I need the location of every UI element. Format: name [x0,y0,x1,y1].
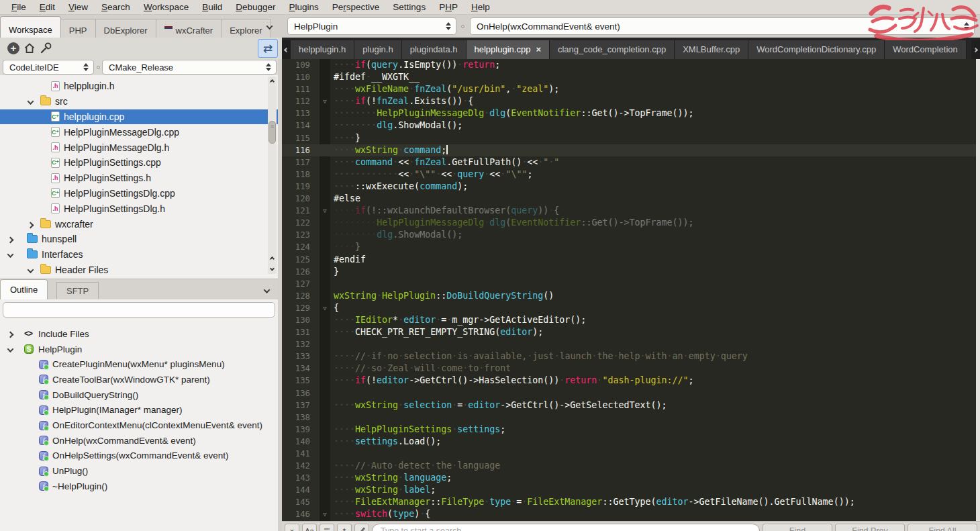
outline-item-OnHelpSettings(wxCommandEvent& event)[interactable]: fOnHelpSettings(wxCommandEvent& event) [0,448,278,464]
code-line-133[interactable]: 133····//·if·no·selection·is·available,·… [282,350,980,363]
findbar-find-prev-button[interactable]: Find Prev [835,524,905,531]
swap-header-source-button[interactable]: ⇄ [258,39,278,58]
find-input[interactable] [372,524,760,531]
code-line-135[interactable]: 135····if(!editor->GetCtrl()->HasSelecti… [282,375,980,387]
file-tree-item-HelpPluginSettings.cpp[interactable]: C⁺HelpPluginSettings.cpp [0,155,278,171]
menu-plugins[interactable]: Plugins [283,1,324,13]
code-line-115[interactable]: 115····} [282,132,980,144]
editor-scrollbar[interactable] [976,59,980,521]
collapsed-arrow-icon[interactable] [8,234,13,244]
code-line-111[interactable]: 111····wxFileName·fnZeal("/usr/bin",·"ze… [282,83,980,95]
expanded-arrow-icon[interactable] [8,249,13,260]
file-tree-item-helpplugin.cpp[interactable]: C⁺helpplugin.cpp [0,109,278,125]
code-line-131[interactable]: 131····CHECK_PTR_RET_EMPTY_STRING(editor… [282,326,980,338]
code-line-132[interactable]: 132 [282,338,980,350]
fold-marker-icon[interactable]: ▽ [320,302,330,314]
code-line-136[interactable]: 136 [282,387,980,399]
outline-item-CreatePluginMenu(wxMenu* pluginsMenu)[interactable]: fCreatePluginMenu(wxMenu* pluginsMenu) [0,356,278,372]
panel-tab-sftp[interactable]: SFTP [56,282,99,299]
menu-view[interactable]: View [62,1,94,13]
scrollbar-thumb[interactable] [268,121,276,144]
fold-marker-icon[interactable]: ▽ [320,205,330,217]
collapse-all-button[interactable] [21,40,38,57]
collapsed-arrow-icon[interactable] [28,219,33,230]
code-line-139[interactable]: 139····HelpPluginSettings·settings; [282,424,980,436]
findbar-find-all-button[interactable]: Find All [908,524,977,531]
code-line-117[interactable]: 117····command·<<·fnZeal.GetFullPath()·<… [282,156,980,168]
outline-item-OnHelp(wxCommandEvent& event)[interactable]: fOnHelp(wxCommandEvent& event) [0,433,278,448]
menu-debugger[interactable]: Debugger [230,1,281,13]
outline-item-HelpPlugin[interactable]: SHelpPlugin [0,342,278,357]
editor-tab-WordCompletionDictionary.cpp[interactable]: WordCompletionDictionary.cpp [748,40,885,59]
code-line-141[interactable]: 141 [282,448,980,460]
code-line-113[interactable]: 113········HelpPluginMessageDlg·dlg(Even… [282,107,980,119]
panel-tabs-overflow-button[interactable] [258,283,275,299]
build-config-combo[interactable]: CMake_Release [102,60,277,75]
view-tabs-overflow-button[interactable] [260,19,278,35]
findbar-regex-button[interactable]: * [337,524,352,531]
code-editor[interactable]: 109····if(query.IsEmpty())·return;110#if… [282,59,980,521]
file-tree-item-HelpPluginSettingsDlg.h[interactable]: .hHelpPluginSettingsDlg.h [0,201,278,216]
code-line-122[interactable]: 122········HelpPluginMessageDlg·dlg(Even… [282,217,980,229]
fold-marker-icon[interactable]: ▽ [320,95,330,107]
code-line-121[interactable]: 121▽····if(!::wxLaunchDefaultBrowser(que… [282,205,980,217]
file-tree-item-helpplugin.h[interactable]: .hhelpplugin.h [0,79,278,94]
findbar-whole-word-button[interactable]: "" [320,524,334,531]
code-line-127[interactable]: 127 [282,278,980,290]
menu-php[interactable]: PHP [433,1,464,13]
code-line-134[interactable]: 134····//·so·Zeal·will·come·to·front [282,363,980,375]
file-tree-item-src[interactable]: src [0,94,278,109]
outline-search-input[interactable] [3,302,275,318]
collapsed-arrow-icon[interactable] [8,329,13,339]
scope-combo[interactable]: HelpPlugin [287,17,456,35]
tabs-scroll-right-button[interactable] [971,40,980,59]
view-tab-wxcrafter[interactable]: wxCrafter [156,19,222,38]
menu-file[interactable]: File [5,1,32,13]
menu-settings[interactable]: Settings [387,1,432,13]
link-editor-button[interactable]: + [5,40,21,57]
code-line-129[interactable]: 129▽{ [282,302,980,314]
editor-tab-helpplugin.cpp[interactable]: helpplugin.cpp× [467,40,550,59]
menu-search[interactable]: Search [95,1,136,13]
findbar-close-button[interactable]: × [285,524,299,531]
outline-item-OnEditorContextMenu(clContextMenuEvent& event)[interactable]: fOnEditorContextMenu(clContextMenuEvent&… [0,418,278,433]
file-tree-item-HelpPluginMessageDlg.cpp[interactable]: C⁺HelpPluginMessageDlg.cpp [0,124,278,140]
menu-workspace[interactable]: Workspace [138,1,195,13]
editor-tab-XMLBuffer.cpp[interactable]: XMLBuffer.cpp [675,40,748,59]
expanded-arrow-icon[interactable] [8,344,13,354]
outline-item-HelpPlugin(IManager* manager)[interactable]: fHelpPlugin(IManager* manager) [0,403,278,418]
code-line-114[interactable]: 114········dlg.ShowModal(); [282,119,980,132]
code-line-138[interactable]: 138 [282,412,980,424]
code-line-130[interactable]: 130····IEditor*·editor·=·m_mgr->GetActiv… [282,314,980,326]
close-tab-icon[interactable]: × [536,44,541,54]
code-line-109[interactable]: 109····if(query.IsEmpty())·return; [282,59,980,71]
editor-tab-plugin.h[interactable]: plugin.h [354,40,402,59]
file-tree-item-Interfaces[interactable]: Interfaces [0,247,278,262]
outline-item-Include Files[interactable]: <>Include Files [0,326,278,342]
code-line-123[interactable]: 123········dlg.ShowModal(); [282,229,980,241]
code-line-143[interactable]: 143····wxString·language; [282,472,980,484]
code-line-144[interactable]: 144····wxString·label; [282,484,980,496]
code-line-116[interactable]: 116····wxString·command; [282,144,980,156]
code-line-140[interactable]: 140····settings.Load(); [282,436,980,448]
code-line-146[interactable]: 146▽····switch(type)·{ [282,508,980,520]
file-tree-item-HelpPluginSettingsDlg.cpp[interactable]: C⁺HelpPluginSettingsDlg.cpp [0,186,278,201]
expanded-arrow-icon[interactable] [28,264,33,274]
file-tree-item-HelpPluginSettings.h[interactable]: .hHelpPluginSettings.h [0,171,278,186]
panel-tab-outline[interactable]: Outline [0,279,48,299]
outline-item-~HelpPlugin()[interactable]: f~HelpPlugin() [0,479,278,494]
file-tree-item-hunspell[interactable]: hunspell [0,232,278,247]
function-combo[interactable]: OnHelp(wxCommandEvent& event) [470,17,975,35]
file-tree-scrollbar[interactable] [268,77,277,274]
code-line-145[interactable]: 145····FileExtManager::FileType·type·=·F… [282,496,980,508]
code-line-118[interactable]: 118············<<·"\""·<<·query·<<·"\""; [282,168,980,181]
file-tree-item-wxcrafter[interactable]: wxcrafter [0,216,278,232]
editor-tab-helpplugin.h[interactable]: helpplugin.h [291,40,354,59]
scroll-down-arrow[interactable] [268,264,277,274]
code-line-142[interactable]: 142····//·Auto·detect·the·language [282,460,980,472]
menu-build[interactable]: Build [196,1,228,13]
scroll-up-arrow[interactable] [268,77,277,86]
outline-item-UnPlug()[interactable]: fUnPlug() [0,463,278,479]
editor-tab-WordCompletion[interactable]: WordCompletion [885,40,967,59]
view-tab-php[interactable]: PHP [61,19,96,38]
